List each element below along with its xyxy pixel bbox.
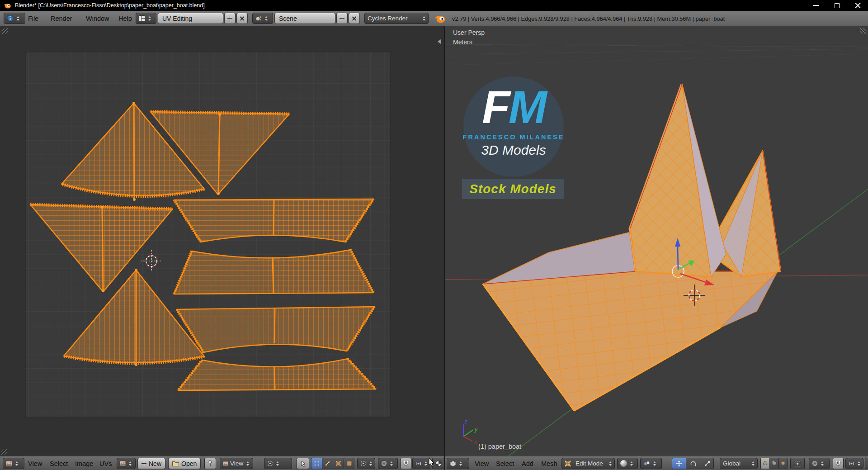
face-cube-icon	[781, 461, 785, 466]
menu-file[interactable]: File	[28, 11, 38, 26]
scene-icon	[255, 15, 262, 22]
scene-name-field[interactable]: Scene	[274, 13, 335, 24]
v3d-menu-add[interactable]: Add	[522, 456, 533, 470]
translate-icon	[676, 461, 682, 467]
editor-type-dropdown-3d[interactable]	[447, 458, 469, 469]
uv-canvas[interactable]	[0, 26, 444, 456]
rotate-manipulator-button[interactable]	[686, 458, 700, 469]
uv-proportional-edit-dropdown[interactable]	[378, 458, 398, 469]
close-button[interactable]	[847, 0, 868, 11]
uv-face-select-button[interactable]	[333, 458, 344, 469]
window-title: Blender* [C:\Users\Francesco-Fisso\Deskt…	[15, 2, 205, 9]
vertex-select-mode-button[interactable]	[760, 458, 769, 469]
uv-island-hull-a[interactable]	[174, 199, 373, 242]
uv-menu-image[interactable]: Image	[75, 456, 93, 470]
image-datablock-dropdown[interactable]	[117, 458, 136, 469]
v3d-menu-view[interactable]: View	[475, 456, 489, 470]
v3d-menu-select[interactable]: Select	[496, 456, 514, 470]
magnet-icon	[403, 461, 409, 467]
fm-watermark-logo: FM FRANCESCO MILANESE 3D Models	[463, 76, 564, 177]
uv-snap-toggle[interactable]	[401, 458, 411, 469]
scale-manipulator-button[interactable]	[700, 458, 714, 469]
dropdown-arrows-icon	[653, 461, 656, 466]
island-mode-icon	[346, 461, 352, 466]
uv-select-mode-group	[311, 458, 354, 469]
axis-z-label: z	[464, 418, 467, 425]
transform-orientation-dropdown[interactable]: Global	[720, 458, 758, 469]
uv-island-select-button[interactable]	[344, 458, 354, 469]
delete-layout-button[interactable]	[236, 13, 248, 24]
area-divider[interactable]	[444, 26, 445, 470]
uv-sync-selection-toggle[interactable]	[297, 458, 309, 469]
edge-select-mode-button[interactable]	[769, 458, 778, 469]
face-select-mode-button[interactable]	[778, 458, 788, 469]
editor-type-dropdown-info[interactable]	[4, 13, 25, 24]
uv-snap-element-dropdown[interactable]	[412, 458, 430, 469]
new-image-button[interactable]: New	[137, 458, 165, 469]
uv-menu-select[interactable]: Select	[50, 456, 68, 470]
uv-pixel-snap-button[interactable]	[432, 458, 444, 469]
axis-x-label: x	[474, 439, 477, 446]
area-corner-widget[interactable]	[1, 449, 7, 455]
dropdown-arrows-icon	[821, 461, 824, 466]
translate-manipulator-button[interactable]	[672, 458, 686, 469]
area-corner-widget[interactable]	[860, 28, 866, 34]
snap-element-dropdown[interactable]	[845, 458, 863, 469]
shading-sphere-icon	[620, 460, 627, 467]
fm-name: FRANCESCO MILANESE	[463, 133, 565, 141]
interaction-mode-dropdown[interactable]: Edit Mode	[561, 458, 615, 469]
edge-mode-icon	[325, 461, 330, 466]
face-mode-icon	[335, 461, 341, 466]
x-icon	[240, 16, 245, 21]
units-label: Meters	[453, 38, 472, 46]
menu-window[interactable]: Window	[86, 11, 109, 26]
open-image-button[interactable]: Open	[168, 458, 201, 469]
render-engine-dropdown[interactable]: Cycles Render	[364, 13, 429, 24]
snap-toggle[interactable]	[833, 458, 844, 469]
uv-pivot-dropdown[interactable]	[264, 458, 292, 469]
uv-menu-uvs[interactable]: UVs	[99, 456, 112, 470]
x-icon	[352, 16, 357, 21]
minimize-button[interactable]	[806, 0, 826, 11]
uv-vertex-select-button[interactable]	[311, 458, 322, 469]
scene-statistics: v2.79 | Verts:4,966/4,966 | Edges:9,928/…	[452, 11, 725, 26]
menu-render[interactable]: Render	[51, 11, 72, 26]
viewport-3d-header: View Select Add Mesh Edit Mode Global	[445, 456, 868, 470]
menu-help[interactable]: Help	[118, 11, 132, 26]
uv-menu-view[interactable]: View	[28, 456, 42, 470]
v3d-menu-mesh[interactable]: Mesh	[541, 456, 557, 470]
mesh-select-mode-group	[760, 458, 788, 469]
pivot-point-icon	[643, 461, 650, 466]
snap-target-button[interactable]	[865, 458, 868, 469]
layout-name-field[interactable]: UV Editing	[158, 13, 223, 24]
uv-edge-select-button[interactable]	[322, 458, 333, 469]
scene-dropdown[interactable]	[252, 13, 273, 24]
plus-icon	[142, 461, 146, 466]
add-scene-button[interactable]	[336, 13, 348, 24]
manipulator-group	[672, 458, 714, 469]
limit-selection-visible-button[interactable]	[790, 458, 805, 469]
editor-type-dropdown-uv[interactable]	[3, 458, 24, 469]
snap-element-icon	[415, 461, 421, 466]
stock-models-banner: Stock Models	[462, 179, 564, 199]
image-icon	[120, 461, 126, 466]
pin-toggle-button[interactable]	[204, 458, 216, 469]
delete-scene-button[interactable]	[349, 13, 360, 24]
vertex-cube-icon	[763, 461, 768, 466]
uv-editor-pane	[0, 26, 444, 456]
view-name-label: User Persp	[453, 29, 485, 36]
display-mode-dropdown[interactable]: View	[220, 458, 253, 469]
region-collapse-arrow-icon[interactable]	[438, 39, 441, 44]
close-icon	[855, 3, 861, 9]
add-layout-button[interactable]	[224, 13, 236, 24]
vertex-mode-icon	[314, 461, 320, 466]
screen-layout-dropdown[interactable]	[136, 13, 156, 24]
edit-mode-icon	[565, 461, 571, 467]
proportional-edit-dropdown[interactable]	[809, 458, 830, 469]
sticky-selection-dropdown[interactable]	[357, 458, 375, 469]
area-corner-widget[interactable]	[2, 28, 8, 34]
proportional-edit-icon	[381, 461, 387, 466]
restore-button[interactable]	[826, 0, 847, 11]
pivot-point-dropdown[interactable]	[640, 458, 662, 469]
viewport-shading-dropdown[interactable]	[617, 458, 638, 469]
